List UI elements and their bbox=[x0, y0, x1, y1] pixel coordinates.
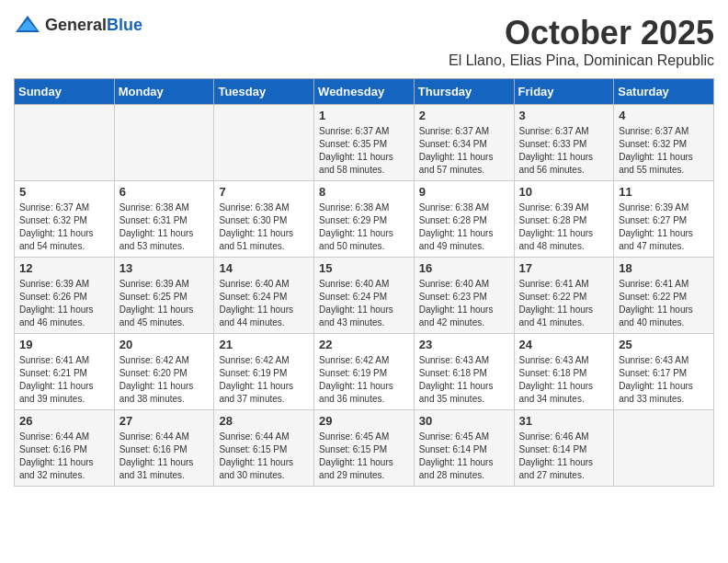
day-number: 10 bbox=[519, 185, 609, 199]
day-info: Sunrise: 6:40 AM Sunset: 6:23 PM Dayligh… bbox=[419, 278, 509, 329]
calendar-cell: 6Sunrise: 6:38 AM Sunset: 6:31 PM Daylig… bbox=[114, 181, 214, 258]
calendar-cell: 20Sunrise: 6:42 AM Sunset: 6:20 PM Dayli… bbox=[114, 334, 214, 410]
calendar-cell: 31Sunrise: 6:46 AM Sunset: 6:14 PM Dayli… bbox=[514, 410, 614, 487]
calendar-cell: 15Sunrise: 6:40 AM Sunset: 6:24 PM Dayli… bbox=[314, 258, 415, 334]
calendar-week-row: 12Sunrise: 6:39 AM Sunset: 6:26 PM Dayli… bbox=[15, 258, 714, 334]
logo-icon bbox=[14, 14, 41, 36]
day-info: Sunrise: 6:39 AM Sunset: 6:26 PM Dayligh… bbox=[19, 278, 109, 329]
day-number: 14 bbox=[219, 261, 309, 275]
day-info: Sunrise: 6:38 AM Sunset: 6:31 PM Dayligh… bbox=[119, 201, 210, 253]
day-info: Sunrise: 6:44 AM Sunset: 6:16 PM Dayligh… bbox=[19, 431, 109, 482]
calendar-week-row: 19Sunrise: 6:41 AM Sunset: 6:21 PM Dayli… bbox=[15, 334, 714, 410]
day-number: 11 bbox=[619, 185, 709, 199]
day-info: Sunrise: 6:41 AM Sunset: 6:22 PM Dayligh… bbox=[619, 278, 709, 329]
page-header: GeneralBlue October 2025 El Llano, Elias… bbox=[14, 14, 714, 69]
day-number: 21 bbox=[219, 338, 309, 351]
day-info: Sunrise: 6:38 AM Sunset: 6:28 PM Dayligh… bbox=[419, 201, 509, 253]
day-info: Sunrise: 6:43 AM Sunset: 6:18 PM Dayligh… bbox=[519, 354, 609, 406]
weekday-header: Wednesday bbox=[314, 79, 415, 105]
calendar-cell: 9Sunrise: 6:38 AM Sunset: 6:28 PM Daylig… bbox=[414, 181, 514, 258]
day-number: 15 bbox=[319, 261, 409, 275]
calendar-cell: 12Sunrise: 6:39 AM Sunset: 6:26 PM Dayli… bbox=[15, 258, 115, 334]
day-info: Sunrise: 6:39 AM Sunset: 6:25 PM Dayligh… bbox=[119, 278, 210, 329]
day-number: 8 bbox=[319, 185, 409, 199]
calendar-cell: 3Sunrise: 6:37 AM Sunset: 6:33 PM Daylig… bbox=[514, 105, 614, 181]
day-number: 13 bbox=[119, 261, 210, 275]
calendar-cell: 26Sunrise: 6:44 AM Sunset: 6:16 PM Dayli… bbox=[15, 410, 115, 487]
day-number: 22 bbox=[319, 338, 409, 351]
weekday-header: Friday bbox=[514, 79, 614, 105]
calendar-cell: 28Sunrise: 6:44 AM Sunset: 6:15 PM Dayli… bbox=[214, 410, 314, 487]
day-number: 18 bbox=[619, 261, 709, 275]
day-info: Sunrise: 6:38 AM Sunset: 6:30 PM Dayligh… bbox=[219, 201, 309, 253]
logo-general: General bbox=[45, 16, 107, 34]
calendar-cell bbox=[614, 410, 714, 487]
day-number: 23 bbox=[419, 338, 509, 351]
weekday-header: Monday bbox=[114, 79, 214, 105]
calendar-cell: 10Sunrise: 6:39 AM Sunset: 6:28 PM Dayli… bbox=[514, 181, 614, 258]
calendar-cell: 16Sunrise: 6:40 AM Sunset: 6:23 PM Dayli… bbox=[414, 258, 514, 334]
day-info: Sunrise: 6:37 AM Sunset: 6:32 PM Dayligh… bbox=[19, 201, 109, 253]
calendar-cell: 29Sunrise: 6:45 AM Sunset: 6:15 PM Dayli… bbox=[314, 410, 415, 487]
day-number: 19 bbox=[19, 338, 109, 351]
day-number: 30 bbox=[419, 414, 509, 428]
day-info: Sunrise: 6:41 AM Sunset: 6:22 PM Dayligh… bbox=[519, 278, 609, 329]
day-number: 31 bbox=[519, 414, 609, 428]
calendar-cell: 2Sunrise: 6:37 AM Sunset: 6:34 PM Daylig… bbox=[414, 105, 514, 181]
weekday-header: Saturday bbox=[614, 79, 714, 105]
day-info: Sunrise: 6:42 AM Sunset: 6:19 PM Dayligh… bbox=[219, 354, 309, 406]
day-info: Sunrise: 6:37 AM Sunset: 6:35 PM Dayligh… bbox=[319, 125, 409, 177]
calendar-cell: 13Sunrise: 6:39 AM Sunset: 6:25 PM Dayli… bbox=[114, 258, 214, 334]
calendar-cell: 27Sunrise: 6:44 AM Sunset: 6:16 PM Dayli… bbox=[114, 410, 214, 487]
calendar-cell: 17Sunrise: 6:41 AM Sunset: 6:22 PM Dayli… bbox=[514, 258, 614, 334]
day-number: 5 bbox=[19, 185, 109, 199]
day-info: Sunrise: 6:37 AM Sunset: 6:34 PM Dayligh… bbox=[419, 125, 509, 177]
day-number: 9 bbox=[419, 185, 509, 199]
day-info: Sunrise: 6:44 AM Sunset: 6:15 PM Dayligh… bbox=[219, 431, 309, 482]
calendar-cell: 24Sunrise: 6:43 AM Sunset: 6:18 PM Dayli… bbox=[514, 334, 614, 410]
day-number: 4 bbox=[619, 109, 709, 122]
day-number: 24 bbox=[519, 338, 609, 351]
day-number: 3 bbox=[519, 109, 609, 122]
calendar-cell: 5Sunrise: 6:37 AM Sunset: 6:32 PM Daylig… bbox=[15, 181, 115, 258]
calendar-header: SundayMondayTuesdayWednesdayThursdayFrid… bbox=[15, 79, 714, 105]
calendar-cell: 1Sunrise: 6:37 AM Sunset: 6:35 PM Daylig… bbox=[314, 105, 415, 181]
day-number: 2 bbox=[419, 109, 509, 122]
calendar-cell: 19Sunrise: 6:41 AM Sunset: 6:21 PM Dayli… bbox=[15, 334, 115, 410]
day-number: 28 bbox=[219, 414, 309, 428]
day-info: Sunrise: 6:42 AM Sunset: 6:19 PM Dayligh… bbox=[319, 354, 409, 406]
day-number: 26 bbox=[19, 414, 109, 428]
day-info: Sunrise: 6:41 AM Sunset: 6:21 PM Dayligh… bbox=[19, 354, 109, 406]
calendar-cell: 22Sunrise: 6:42 AM Sunset: 6:19 PM Dayli… bbox=[314, 334, 415, 410]
day-number: 29 bbox=[319, 414, 409, 428]
day-number: 12 bbox=[19, 261, 109, 275]
weekday-header: Tuesday bbox=[214, 79, 314, 105]
calendar-cell: 23Sunrise: 6:43 AM Sunset: 6:18 PM Dayli… bbox=[414, 334, 514, 410]
day-info: Sunrise: 6:40 AM Sunset: 6:24 PM Dayligh… bbox=[319, 278, 409, 329]
day-number: 7 bbox=[219, 185, 309, 199]
weekday-row: SundayMondayTuesdayWednesdayThursdayFrid… bbox=[15, 79, 714, 105]
day-number: 27 bbox=[119, 414, 210, 428]
day-info: Sunrise: 6:37 AM Sunset: 6:33 PM Dayligh… bbox=[519, 125, 609, 177]
title-block: October 2025 El Llano, Elias Pina, Domin… bbox=[449, 14, 714, 69]
calendar-cell: 7Sunrise: 6:38 AM Sunset: 6:30 PM Daylig… bbox=[214, 181, 314, 258]
weekday-header: Sunday bbox=[15, 79, 115, 105]
day-number: 17 bbox=[519, 261, 609, 275]
day-info: Sunrise: 6:42 AM Sunset: 6:20 PM Dayligh… bbox=[119, 354, 210, 406]
calendar-cell bbox=[214, 105, 314, 181]
day-info: Sunrise: 6:39 AM Sunset: 6:27 PM Dayligh… bbox=[619, 201, 709, 253]
calendar-cell: 4Sunrise: 6:37 AM Sunset: 6:32 PM Daylig… bbox=[614, 105, 714, 181]
day-number: 6 bbox=[119, 185, 210, 199]
logo-blue: Blue bbox=[107, 16, 142, 34]
weekday-header: Thursday bbox=[414, 79, 514, 105]
month-title: October 2025 bbox=[449, 14, 714, 52]
day-info: Sunrise: 6:39 AM Sunset: 6:28 PM Dayligh… bbox=[519, 201, 609, 253]
day-info: Sunrise: 6:46 AM Sunset: 6:14 PM Dayligh… bbox=[519, 431, 609, 482]
calendar-cell: 8Sunrise: 6:38 AM Sunset: 6:29 PM Daylig… bbox=[314, 181, 415, 258]
calendar-cell bbox=[114, 105, 214, 181]
day-info: Sunrise: 6:37 AM Sunset: 6:32 PM Dayligh… bbox=[619, 125, 709, 177]
day-info: Sunrise: 6:45 AM Sunset: 6:15 PM Dayligh… bbox=[319, 431, 409, 482]
day-info: Sunrise: 6:43 AM Sunset: 6:17 PM Dayligh… bbox=[619, 354, 709, 406]
logo: GeneralBlue bbox=[14, 14, 142, 36]
calendar-week-row: 5Sunrise: 6:37 AM Sunset: 6:32 PM Daylig… bbox=[15, 181, 714, 258]
